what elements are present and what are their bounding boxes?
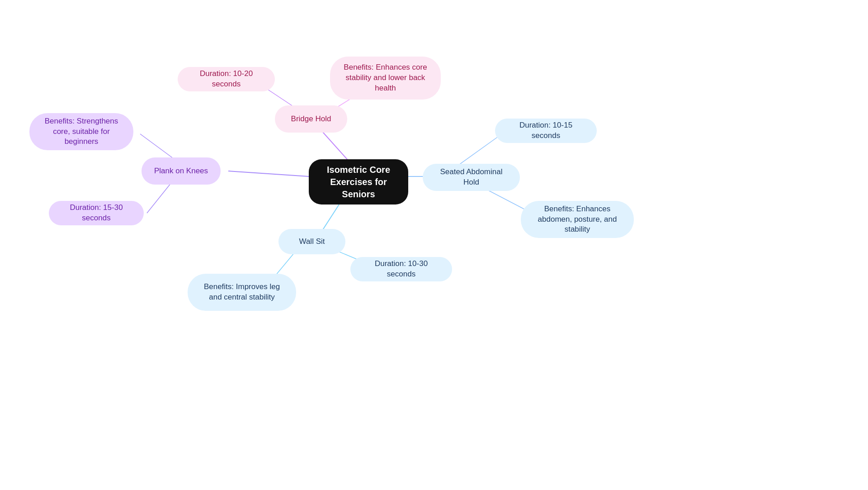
- wall-sit-node: Wall Sit: [278, 229, 345, 254]
- plank-knees-node: Plank on Knees: [142, 157, 221, 185]
- svg-line-4: [140, 134, 176, 161]
- wall-benefits-node: Benefits: Improves leg and central stabi…: [188, 274, 296, 311]
- svg-line-3: [228, 171, 309, 176]
- center-node: Isometric Core Exercises for Seniors: [309, 159, 408, 205]
- plank-benefits-node: Benefits: Strengthens core, suitable for…: [29, 113, 133, 150]
- bridge-hold-node: Bridge Hold: [275, 105, 347, 133]
- seated-hold-node: Seated Abdominal Hold: [423, 164, 520, 191]
- seated-duration-node: Duration: 10-15 seconds: [495, 119, 597, 143]
- wall-duration-node: Duration: 10-30 seconds: [350, 257, 452, 281]
- bridge-benefits-node: Benefits: Enhances core stability and lo…: [330, 57, 441, 100]
- seated-benefits-node: Benefits: Enhances abdomen, posture, and…: [521, 201, 634, 238]
- bridge-duration-node: Duration: 10-20 seconds: [178, 67, 275, 91]
- plank-duration-node: Duration: 15-30 seconds: [49, 201, 144, 225]
